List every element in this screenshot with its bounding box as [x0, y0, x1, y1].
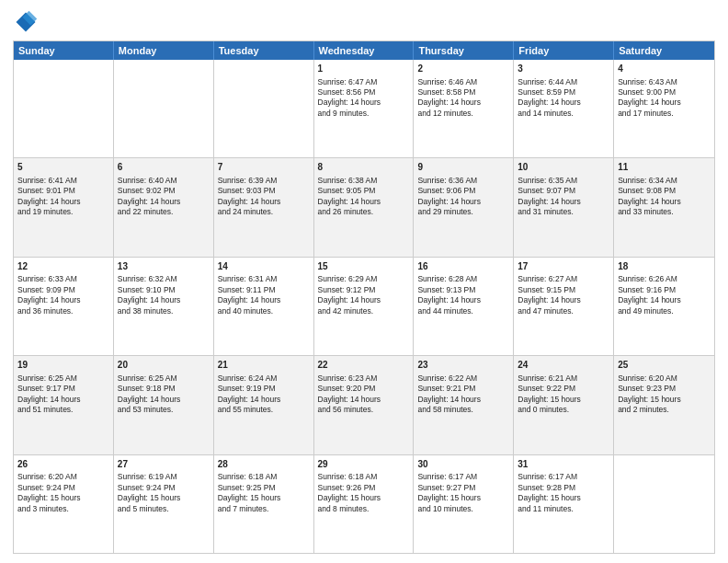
- calendar-cell-r2-c1: 13Sunrise: 6:32 AMSunset: 9:10 PMDayligh…: [114, 258, 214, 355]
- calendar-cell-r2-c6: 18Sunrise: 6:26 AMSunset: 9:16 PMDayligh…: [614, 258, 714, 355]
- day-info-line: Sunset: 9:16 PM: [618, 285, 711, 295]
- day-info-line: and 12 minutes.: [417, 109, 509, 119]
- calendar-header: SundayMondayTuesdayWednesdayThursdayFrid…: [14, 41, 714, 60]
- day-info-line: Sunrise: 6:40 AM: [118, 176, 210, 186]
- calendar-cell-r1-c2: 7Sunrise: 6:39 AMSunset: 9:03 PMDaylight…: [214, 158, 314, 256]
- day-info-line: Daylight: 14 hours: [118, 295, 210, 305]
- calendar-cell-r3-c2: 21Sunrise: 6:24 AMSunset: 9:19 PMDayligh…: [214, 356, 314, 454]
- day-info-line: and 8 minutes.: [318, 504, 410, 514]
- calendar-cell-r0-c3: 1Sunrise: 6:47 AMSunset: 8:56 PMDaylight…: [314, 60, 415, 157]
- day-info-line: Sunset: 9:03 PM: [218, 186, 310, 196]
- header-day-friday: Friday: [514, 41, 614, 60]
- header-day-saturday: Saturday: [614, 41, 714, 60]
- day-number: 4: [618, 63, 711, 75]
- day-info-line: and 42 minutes.: [318, 306, 410, 316]
- day-number: 13: [118, 260, 210, 273]
- day-info-line: Daylight: 14 hours: [618, 295, 711, 305]
- day-info-line: Sunrise: 6:39 AM: [218, 176, 310, 186]
- day-number: 28: [218, 458, 310, 471]
- day-info-line: and 22 minutes.: [118, 207, 210, 217]
- day-info-line: and 38 minutes.: [118, 306, 210, 316]
- day-number: 6: [118, 161, 210, 174]
- calendar-cell-r1-c4: 9Sunrise: 6:36 AMSunset: 9:06 PMDaylight…: [414, 158, 514, 256]
- calendar-cell-r3-c0: 19Sunrise: 6:25 AMSunset: 9:17 PMDayligh…: [14, 356, 114, 454]
- calendar-cell-r0-c6: 4Sunrise: 6:43 AMSunset: 9:00 PMDaylight…: [614, 60, 714, 157]
- calendar-cell-r4-c1: 27Sunrise: 6:19 AMSunset: 9:24 PMDayligh…: [114, 455, 214, 553]
- calendar-cell-r4-c2: 28Sunrise: 6:18 AMSunset: 9:25 PMDayligh…: [214, 455, 314, 553]
- day-info-line: Daylight: 14 hours: [417, 197, 509, 207]
- day-info-line: Daylight: 15 hours: [318, 493, 410, 503]
- day-info-line: Sunrise: 6:36 AM: [417, 176, 509, 186]
- day-info-line: and 56 minutes.: [318, 405, 410, 415]
- calendar-cell-r1-c3: 8Sunrise: 6:38 AMSunset: 9:05 PMDaylight…: [314, 158, 415, 256]
- calendar-body: 1Sunrise: 6:47 AMSunset: 8:56 PMDaylight…: [14, 60, 714, 553]
- calendar-cell-r3-c4: 23Sunrise: 6:22 AMSunset: 9:21 PMDayligh…: [414, 356, 514, 454]
- day-info-line: Daylight: 14 hours: [218, 295, 310, 305]
- day-info-line: Daylight: 15 hours: [518, 493, 609, 503]
- day-info-line: Sunset: 9:09 PM: [17, 285, 109, 295]
- day-info-line: Sunset: 9:17 PM: [17, 384, 109, 394]
- day-info-line: Sunset: 9:24 PM: [118, 483, 210, 493]
- calendar-cell-r2-c3: 15Sunrise: 6:29 AMSunset: 9:12 PMDayligh…: [314, 258, 415, 355]
- calendar-cell-r2-c2: 14Sunrise: 6:31 AMSunset: 9:11 PMDayligh…: [214, 258, 314, 355]
- header-day-tuesday: Tuesday: [214, 41, 314, 60]
- day-info-line: Daylight: 15 hours: [618, 395, 711, 405]
- day-info-line: Sunrise: 6:29 AM: [318, 274, 410, 284]
- day-info-line: and 36 minutes.: [17, 306, 109, 316]
- day-info-line: Sunset: 9:23 PM: [618, 384, 711, 394]
- day-info-line: Sunset: 9:05 PM: [318, 186, 410, 196]
- day-info-line: Sunrise: 6:26 AM: [618, 274, 711, 284]
- day-info-line: Sunrise: 6:20 AM: [618, 373, 711, 384]
- day-info-line: Sunrise: 6:41 AM: [17, 176, 109, 186]
- day-info-line: and 9 minutes.: [318, 109, 410, 119]
- day-info-line: Daylight: 14 hours: [618, 98, 711, 108]
- header-day-wednesday: Wednesday: [314, 41, 415, 60]
- day-info-line: Sunrise: 6:18 AM: [218, 472, 310, 482]
- day-number: 2: [417, 63, 509, 75]
- day-info-line: Daylight: 15 hours: [17, 493, 109, 503]
- day-info-line: Sunrise: 6:24 AM: [218, 373, 310, 384]
- calendar-row-2: 12Sunrise: 6:33 AMSunset: 9:09 PMDayligh…: [14, 257, 714, 355]
- logo: [13, 9, 42, 35]
- day-info-line: and 33 minutes.: [618, 207, 711, 217]
- calendar-cell-r4-c0: 26Sunrise: 6:20 AMSunset: 9:24 PMDayligh…: [14, 455, 114, 553]
- day-info-line: Sunset: 9:08 PM: [618, 186, 711, 196]
- day-info-line: and 51 minutes.: [17, 405, 109, 415]
- day-number: 24: [518, 359, 609, 372]
- day-info-line: and 58 minutes.: [417, 405, 509, 415]
- day-info-line: Sunset: 9:20 PM: [318, 384, 410, 394]
- calendar-cell-r3-c3: 22Sunrise: 6:23 AMSunset: 9:20 PMDayligh…: [314, 356, 415, 454]
- calendar-row-0: 1Sunrise: 6:47 AMSunset: 8:56 PMDaylight…: [14, 60, 714, 157]
- calendar-row-3: 19Sunrise: 6:25 AMSunset: 9:17 PMDayligh…: [14, 355, 714, 454]
- day-info-line: Sunset: 9:25 PM: [218, 483, 310, 493]
- day-info-line: Sunrise: 6:46 AM: [417, 77, 509, 87]
- calendar-cell-r0-c2: [214, 60, 314, 157]
- day-info-line: Sunset: 9:02 PM: [118, 186, 210, 196]
- day-info-line: and 10 minutes.: [417, 504, 509, 514]
- day-info-line: Sunrise: 6:33 AM: [17, 274, 109, 284]
- day-info-line: Daylight: 14 hours: [417, 395, 509, 405]
- day-info-line: Daylight: 14 hours: [318, 197, 410, 207]
- day-info-line: Daylight: 14 hours: [417, 98, 509, 108]
- day-info-line: Sunset: 9:28 PM: [518, 483, 609, 493]
- day-number: 8: [318, 161, 410, 174]
- day-info-line: Sunrise: 6:43 AM: [618, 77, 711, 87]
- calendar-cell-r0-c1: [114, 60, 214, 157]
- day-info-line: Sunrise: 6:35 AM: [518, 176, 609, 186]
- day-info-line: and 55 minutes.: [218, 405, 310, 415]
- day-info-line: Sunrise: 6:34 AM: [618, 176, 711, 186]
- calendar-cell-r1-c6: 11Sunrise: 6:34 AMSunset: 9:08 PMDayligh…: [614, 158, 714, 256]
- day-info-line: Daylight: 14 hours: [218, 395, 310, 405]
- day-number: 3: [518, 63, 609, 75]
- day-number: 23: [417, 359, 509, 372]
- day-info-line: and 7 minutes.: [218, 504, 310, 514]
- page: SundayMondayTuesdayWednesdayThursdayFrid…: [0, 0, 728, 563]
- day-info-line: Sunset: 9:07 PM: [518, 186, 609, 196]
- day-number: 29: [318, 458, 410, 471]
- day-info-line: Daylight: 14 hours: [118, 197, 210, 207]
- day-number: 11: [618, 161, 711, 174]
- calendar-cell-r3-c5: 24Sunrise: 6:21 AMSunset: 9:22 PMDayligh…: [514, 356, 614, 454]
- day-info-line: and 53 minutes.: [118, 405, 210, 415]
- day-info-line: Sunset: 9:26 PM: [318, 483, 410, 493]
- day-info-line: and 5 minutes.: [118, 504, 210, 514]
